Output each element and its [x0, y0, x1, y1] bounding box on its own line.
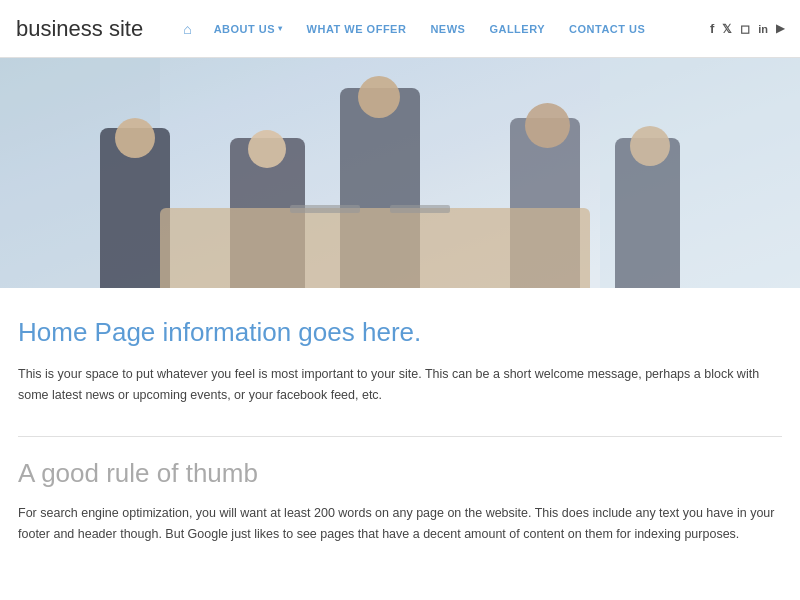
nav-news[interactable]: NEWS: [418, 23, 477, 35]
main-content: Home Page information goes here. This is…: [0, 288, 800, 596]
youtube-icon[interactable]: ▶: [776, 22, 784, 35]
social-icons-group: f 𝕏 ◻ in ▶: [710, 21, 784, 36]
navbar: business site ⌂ ABOUT US ▾ WHAT WE OFFER…: [0, 0, 800, 58]
dropdown-arrow-icon: ▾: [278, 24, 283, 33]
brand-name[interactable]: business site: [16, 16, 143, 42]
nav-contact-us[interactable]: CONTACT US: [557, 23, 657, 35]
twitter-icon[interactable]: 𝕏: [722, 22, 732, 36]
nav-what-we-offer[interactable]: WHAT WE OFFER: [295, 23, 419, 35]
facebook-icon[interactable]: f: [710, 21, 714, 36]
nav-about-us[interactable]: ABOUT US ▾: [202, 23, 295, 35]
instagram-icon[interactable]: ◻: [740, 22, 750, 36]
home-icon[interactable]: ⌂: [173, 21, 201, 37]
hero-banner: [0, 58, 800, 288]
rule-body-text: For search engine optimization, you will…: [18, 503, 782, 546]
nav-links: ABOUT US ▾ WHAT WE OFFER NEWS GALLERY CO…: [202, 23, 710, 35]
section-divider: [18, 436, 782, 437]
linkedin-icon[interactable]: in: [758, 23, 768, 35]
main-body-text: This is your space to put whatever you f…: [18, 364, 782, 407]
main-heading: Home Page information goes here.: [18, 316, 782, 350]
nav-gallery[interactable]: GALLERY: [477, 23, 557, 35]
rule-heading: A good rule of thumb: [18, 457, 782, 491]
